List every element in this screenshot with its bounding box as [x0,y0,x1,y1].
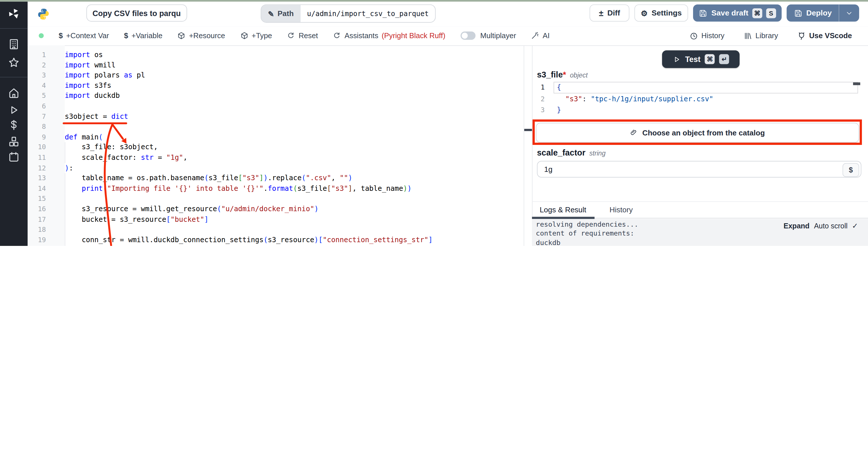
multiplayer-toggle-group: Multiplayer [460,32,516,40]
multiplayer-label: Multiplayer [480,32,516,40]
add-context-var-button[interactable]: $ +Context Var [59,32,109,40]
top-bar: ✎Path u/admin/import_csv_to_parquet ± Di… [28,2,868,27]
cube-icon [178,32,186,40]
ai-button[interactable]: AI [531,32,550,40]
tab-logs-result[interactable]: Logs & Result [532,206,594,214]
code-line[interactable]: 11 scale_factor: str = "1g", [28,153,524,163]
reset-button[interactable]: Reset [287,32,318,40]
code-line[interactable]: 14 print("Importing file '{}' into table… [28,183,524,194]
code-line[interactable]: 6 [28,101,524,112]
log-line: content of requirements: [536,230,807,239]
add-resource-button[interactable]: +Resource [178,32,225,40]
script-title-input[interactable] [87,4,187,22]
code-line[interactable]: 9def main( [28,132,524,142]
diff-label: Diff [607,9,620,17]
history-label: History [702,32,724,40]
scale-factor-field-label: scale_factorstring [537,148,606,158]
pane-divider [524,45,524,246]
s3-file-json-editor[interactable]: 1{ 2 "s3": "tpc-h/1g/input/supplier.csv"… [537,82,861,118]
multiplayer-toggle[interactable] [460,32,475,40]
required-mark: * [563,70,566,79]
add-context-var-label: +Context Var [66,32,109,40]
pane-resize-handle[interactable] [524,129,532,131]
json-editor-scrollbar[interactable] [853,82,860,85]
log-output: resolving dependencies...content of requ… [536,221,807,246]
pencil-icon: ✎ [268,9,274,18]
code-line[interactable]: 16 s3_resource = wmill.get_resource("u/a… [28,204,524,214]
plus-minus-icon: ± [599,8,603,18]
ai-label: AI [542,32,550,40]
sidebar-item-resources[interactable] [0,135,28,148]
path-value: u/admin/import_csv_to_parquet [301,5,435,22]
editor-toolbar: $ +Context Var $ +Variable +Resource +Ty… [28,27,868,46]
reset-label: Reset [299,32,318,40]
field-name: s3_file [537,70,563,79]
code-line[interactable]: 8 [28,122,524,132]
settings-label: Settings [652,9,682,17]
sidebar-divider [0,28,28,29]
settings-button[interactable]: ⚙ Settings [634,4,688,22]
assistants-detail: (Pyright Black Ruff) [382,32,445,40]
field-type: string [589,149,606,157]
history-button[interactable]: History [689,31,724,40]
sidebar-item-home[interactable] [0,87,28,100]
check-icon[interactable]: ✓ [852,222,858,230]
save-icon [794,9,803,18]
code-line[interactable]: 10 s3_file: s3object, [28,142,524,153]
code-line[interactable]: 13 table_name = os.path.basename(s3_file… [28,173,524,183]
json-value: "tpc-h/1g/input/supplier.csv" [591,94,713,103]
sidebar-item-schedules[interactable] [0,150,28,164]
code-line[interactable]: 19 conn_str = wmill.duckdb_connection_se… [28,235,524,245]
field-type: object [570,71,588,79]
test-label: Test [685,55,700,64]
log-line: resolving dependencies... [536,221,807,230]
code-editor[interactable]: 1import os2import wmill3import polars as… [28,45,524,246]
use-vscode-button[interactable]: Use VScode [797,31,852,40]
code-line[interactable]: 18 [28,225,524,235]
path-label: Path [277,9,293,18]
assistants-button[interactable]: Assistants (Pyright Black Ruff) [333,32,445,40]
test-button[interactable]: Test ⌘ ↵ [662,50,740,68]
log-line: duckdb [536,239,807,246]
line-number: 2 [537,93,545,105]
code-line[interactable]: 7s3object = dict [28,111,524,122]
windmill-logo-icon[interactable] [0,7,28,21]
tab-history[interactable]: History [602,206,641,214]
code-line[interactable]: 2import wmill [28,60,524,70]
s-key: S [766,8,776,18]
code-line[interactable]: 17 bucket = s3_resource["bucket"] [28,214,524,225]
library-button[interactable]: Library [743,31,778,40]
path-button[interactable]: ✎Path u/admin/import_csv_to_parquet [261,4,436,23]
add-variable-label: +Variable [131,32,162,40]
assistants-icon [333,32,341,40]
sidebar-item-runs[interactable] [0,103,28,116]
expand-logs-button[interactable]: Expand [783,222,810,230]
python-icon [36,7,50,23]
code-line[interactable]: 4import s3fs [28,80,524,91]
diff-button[interactable]: ± Diff [590,4,629,22]
add-variable-button[interactable]: $ +Variable [124,32,162,40]
log-panel[interactable]: resolving dependencies...content of requ… [532,218,868,246]
code-line[interactable]: 12): [28,163,524,173]
play-icon [673,55,681,63]
scale-factor-input[interactable] [537,161,861,178]
sidebar-item-variables[interactable] [0,118,28,131]
add-type-button[interactable]: +Type [240,32,272,40]
deploy-button[interactable]: Deploy [787,4,859,22]
json-brace: } [557,106,561,114]
sidebar-item-favorites[interactable] [0,56,28,69]
code-line[interactable]: 15 [28,194,524,204]
save-icon [699,9,708,18]
code-line[interactable]: 5import duckdb [28,91,524,101]
sidebar-item-workspace[interactable] [0,38,28,51]
autoscroll-label: Auto scroll [814,222,847,230]
code-line[interactable]: 20 conn = duckdb.connect() # initiate a … [28,245,524,246]
library-icon [743,31,752,40]
gear-icon: ⚙ [641,9,648,18]
save-draft-button[interactable]: Save draft ⌘ S [693,4,781,22]
vscode-icon [797,31,806,40]
deploy-dropdown chevron-down-icon[interactable] [839,9,859,17]
code-line[interactable]: 1import os [28,49,524,60]
code-line[interactable]: 3import polars as pl [28,70,524,80]
insert-variable-button dollar-icon[interactable]: $ [842,163,859,177]
